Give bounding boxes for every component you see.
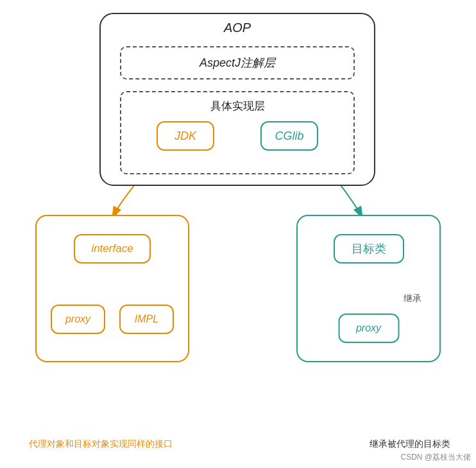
- concrete-label: 具体实现层: [121, 99, 353, 113]
- concrete-box: 具体实现层 JDK CGlib: [120, 91, 355, 174]
- caption-right: 继承被代理的目标类: [370, 439, 450, 450]
- cglib-label: CGlib: [275, 130, 303, 143]
- caption-left: 代理对象和目标对象实现同样的接口: [29, 439, 173, 450]
- right-teal-box: 目标类 继承 proxy: [296, 215, 441, 362]
- impl-box: IMPL: [119, 305, 174, 334]
- inherit-label: 继承: [404, 293, 421, 305]
- jdk-label: JDK: [174, 130, 196, 143]
- interface-label: interface: [91, 242, 133, 255]
- interface-box: interface: [74, 234, 151, 263]
- impl-label: IMPL: [135, 313, 158, 325]
- diagram-container: AOP AspectJ注解层 具体实现层 JDK CGlib interface…: [0, 0, 476, 468]
- proxy-left-label: proxy: [65, 313, 90, 325]
- aspectj-label: AspectJ注解层: [200, 55, 275, 71]
- proxy-right-label: proxy: [356, 322, 381, 334]
- aspectj-box: AspectJ注解层: [120, 46, 355, 79]
- proxy-right-box: proxy: [338, 313, 399, 343]
- target-box: 目标类: [334, 234, 404, 263]
- aop-box: AOP AspectJ注解层 具体实现层 JDK CGlib: [99, 13, 375, 186]
- jdk-box: JDK: [157, 121, 214, 151]
- left-orange-box: interface proxy IMPL: [35, 215, 189, 362]
- aop-label: AOP: [101, 21, 374, 35]
- proxy-left-box: proxy: [51, 305, 105, 334]
- cglib-box: CGlib: [260, 121, 318, 151]
- target-label: 目标类: [352, 241, 386, 256]
- watermark: CSDN @荔枝当大佬: [400, 452, 471, 463]
